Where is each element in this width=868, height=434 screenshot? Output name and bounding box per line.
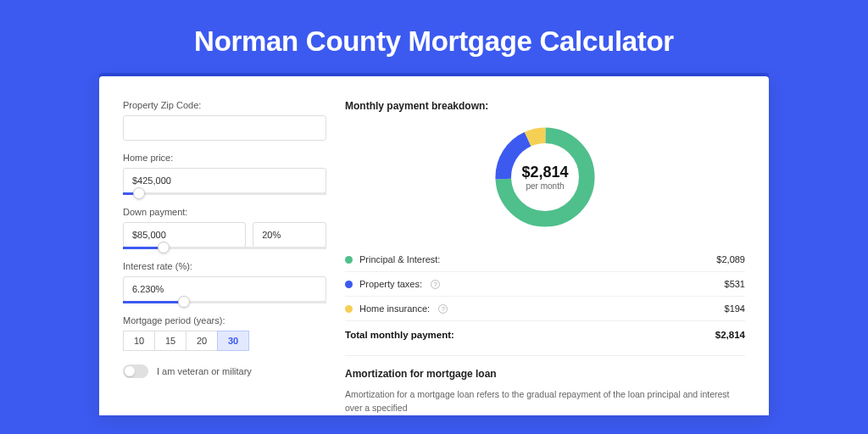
dot-insurance: [345, 305, 353, 313]
donut-sub: per month: [526, 181, 564, 191]
legend-row-tax: Property taxes: ? $531: [345, 272, 745, 297]
legend-val-principal: $2,089: [716, 254, 745, 264]
homeprice-group: Home price:: [123, 153, 326, 195]
total-label: Total monthly payment:: [345, 330, 454, 340]
legend-val-tax: $531: [725, 279, 745, 289]
legend-row-principal: Principal & Interest: $2,089: [345, 248, 745, 272]
card-outer: Property Zip Code: Home price: Down paym…: [99, 73, 769, 415]
veteran-label: I am veteran or military: [157, 366, 252, 376]
info-icon[interactable]: ?: [438, 304, 448, 314]
total-value: $2,814: [715, 330, 745, 340]
homeprice-slider-thumb[interactable]: [133, 187, 145, 199]
amortization-title: Amortization for mortgage loan: [345, 368, 745, 380]
downpayment-group: Down payment:: [123, 207, 326, 249]
period-option-10[interactable]: 10: [123, 331, 155, 351]
downpayment-input[interactable]: [123, 222, 246, 248]
downpayment-slider-thumb[interactable]: [158, 242, 170, 253]
period-option-20[interactable]: 20: [186, 331, 218, 351]
rate-slider[interactable]: [123, 301, 326, 303]
dot-principal: [345, 256, 353, 264]
zip-group: Property Zip Code:: [123, 100, 326, 141]
period-label: Mortgage period (years):: [123, 315, 326, 326]
total-row: Total monthly payment: $2,814: [345, 321, 745, 352]
rate-input[interactable]: [123, 276, 326, 302]
donut-chart-wrap: $2,814 per month: [345, 122, 745, 232]
legend-val-insurance: $194: [725, 303, 745, 314]
homeprice-input[interactable]: [123, 168, 326, 193]
info-icon[interactable]: ?: [431, 280, 440, 289]
dot-tax: [345, 281, 353, 288]
rate-group: Interest rate (%):: [123, 261, 326, 303]
veteran-toggle[interactable]: [123, 364, 148, 378]
donut-chart: $2,814 per month: [490, 122, 600, 232]
homeprice-label: Home price:: [123, 153, 326, 163]
legend-label-principal: Principal & Interest:: [359, 254, 440, 264]
veteran-row: I am veteran or military: [123, 364, 326, 378]
breakdown-column: Monthly payment breakdown: $2,814 per mo…: [345, 100, 745, 415]
rate-slider-fill: [123, 301, 184, 303]
amortization-section: Amortization for mortgage loan Amortizat…: [345, 355, 745, 415]
amortization-text: Amortization for a mortgage loan refers …: [345, 388, 745, 415]
period-option-30[interactable]: 30: [217, 331, 249, 351]
calculator-card: Property Zip Code: Home price: Down paym…: [99, 76, 769, 415]
homeprice-slider[interactable]: [123, 192, 326, 195]
period-option-15[interactable]: 15: [154, 331, 186, 351]
downpayment-pct-input[interactable]: [253, 222, 326, 248]
rate-slider-thumb[interactable]: [178, 296, 190, 308]
form-column: Property Zip Code: Home price: Down paym…: [123, 100, 326, 415]
donut-center: $2,814 per month: [490, 122, 600, 232]
downpayment-label: Down payment:: [123, 207, 326, 217]
zip-input[interactable]: [123, 115, 326, 141]
legend-label-tax: Property taxes:: [359, 279, 422, 289]
period-segments: 10 15 20 30: [123, 331, 326, 351]
period-group: Mortgage period (years): 10 15 20 30: [123, 315, 326, 351]
rate-label: Interest rate (%):: [123, 261, 326, 271]
downpayment-slider[interactable]: [123, 247, 326, 249]
legend-label-insurance: Home insurance:: [359, 303, 430, 314]
page-title: Norman County Mortgage Calculator: [0, 0, 868, 73]
donut-amount: $2,814: [521, 164, 568, 181]
zip-label: Property Zip Code:: [123, 100, 326, 110]
breakdown-title: Monthly payment breakdown:: [345, 100, 745, 112]
legend-row-insurance: Home insurance: ? $194: [345, 297, 745, 321]
